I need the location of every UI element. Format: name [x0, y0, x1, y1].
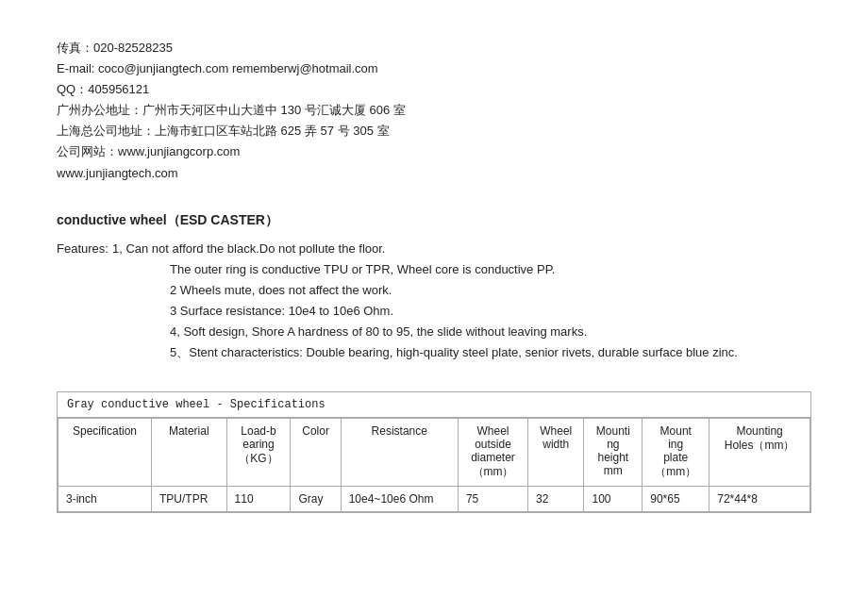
col-mount-height: Mountingheightmm — [584, 419, 643, 487]
table-header: Gray conductive wheel - Specifications — [58, 392, 810, 418]
website-line: 公司网站：www.junjiangcorp.com — [57, 141, 811, 162]
fax-line: 传真：020-82528235 — [57, 38, 811, 58]
col-mount-plate: Mountingplate（mm） — [643, 419, 709, 487]
feature2: 2 Wheels mute, does not affect the work. — [57, 280, 811, 301]
col-load: Load-bearing（KG） — [226, 419, 291, 487]
feature5: 5、Stent characteristics: Double bearing,… — [57, 342, 811, 363]
features-section: Features: 1, Can not afford the black.Do… — [57, 239, 811, 364]
col-color: Color — [291, 419, 341, 487]
specifications-table-wrapper: Gray conductive wheel - Specifications S… — [57, 391, 811, 513]
product-title: conductive wheel（ESD CASTER） — [57, 212, 811, 229]
table-cell: 110 — [226, 487, 291, 512]
guangzhou-line: 广州办公地址：广州市天河区中山大道中 130 号汇诚大厦 606 室 — [57, 100, 811, 121]
table-cell: TPU/TPR — [152, 487, 227, 512]
col-wheel-width: Wheelwidth — [528, 419, 584, 487]
col-material: Material — [152, 419, 227, 487]
feature1: 1, Can not afford the black.Do not pollu… — [112, 239, 386, 259]
features-label: Features: — [57, 239, 108, 259]
table-cell: 72*44*8 — [709, 487, 810, 512]
table-header-row: Specification Material Load-bearing（KG） … — [58, 419, 810, 487]
qq-line: QQ：405956121 — [57, 79, 811, 100]
table-cell: 10e4~10e6 Ohm — [341, 487, 458, 512]
table-cell: 100 — [584, 487, 643, 512]
table-cell: 3-inch — [58, 487, 152, 512]
col-mount-holes: MountingHoles（mm） — [709, 419, 810, 487]
feature3: 3 Surface resistance: 10e4 to 10e6 Ohm. — [57, 301, 811, 322]
specifications-table: Specification Material Load-bearing（KG） … — [58, 418, 810, 512]
table-cell: 75 — [458, 487, 527, 512]
feature1b: The outer ring is conductive TPU or TPR,… — [57, 259, 811, 280]
shanghai-line: 上海总公司地址：上海市虹口区车站北路 625 弄 57 号 305 室 — [57, 121, 811, 141]
website2-line: www.junjiangtech.com — [57, 163, 811, 184]
feature4: 4, Soft design, Shore A hardness of 80 t… — [57, 322, 811, 342]
col-wheel-dia: Wheeloutsidediameter（mm） — [458, 419, 527, 487]
table-cell: 90*65 — [643, 487, 709, 512]
contact-section: 传真：020-82528235 E-mail: coco@junjiangtec… — [57, 38, 811, 184]
table-cell: 32 — [528, 487, 584, 512]
col-resistance: Resistance — [341, 419, 458, 487]
table-cell: Gray — [291, 487, 341, 512]
col-specification: Specification — [58, 419, 152, 487]
table-row: 3-inchTPU/TPR110Gray10e4~10e6 Ohm7532100… — [58, 487, 810, 512]
email-line: E-mail: coco@junjiangtech.com rememberwj… — [57, 58, 811, 79]
